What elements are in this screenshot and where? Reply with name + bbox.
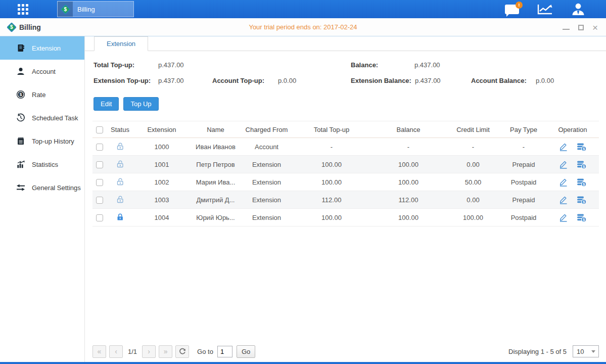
topup-row-icon[interactable] (577, 178, 586, 187)
extension-topup-label: Extension Top-up: (94, 77, 158, 84)
account-topup-value: p.0.00 (278, 77, 351, 84)
trial-notice: Your trial period ends on: 2017-02-24 (0, 23, 606, 31)
close-button[interactable]: × (592, 23, 598, 32)
sidebar-item-label: Top-up History (32, 138, 74, 145)
unlocked-icon (116, 177, 124, 186)
column-header-pay-type[interactable]: Pay Type (501, 121, 546, 138)
edit-row-icon[interactable] (559, 213, 568, 222)
cell-name: Мария Ива... (190, 173, 242, 191)
unlocked-icon (116, 160, 124, 168)
table-row[interactable]: 1000 Иван Иванов Account - - - - (92, 138, 599, 156)
column-header-extension[interactable]: Extension (134, 121, 190, 138)
last-page-button[interactable]: » (159, 345, 172, 358)
sidebar-item-account[interactable]: Account (0, 60, 84, 83)
sidebar-item-scheduled-task[interactable]: Scheduled Task (0, 106, 84, 129)
row-checkbox[interactable] (96, 197, 103, 204)
topup-row-icon[interactable] (577, 213, 586, 222)
balance-label: Balance: (351, 61, 414, 69)
pagination-bar: « ‹ 1/1 › » Go to Go Displaying 1 - 5 of… (92, 345, 599, 358)
taskbar-tab-label: Billing (73, 2, 95, 17)
page-size-select[interactable]: 10 (573, 345, 599, 357)
next-page-button[interactable]: › (142, 345, 156, 358)
topup-row-icon[interactable] (577, 160, 586, 169)
row-checkbox[interactable] (96, 214, 103, 221)
table-row[interactable]: 1004 Юрий Юрь... Extension 100.00 100.00… (92, 209, 599, 226)
locked-icon (116, 213, 124, 221)
billing-app-window: $ Billing ! (0, 0, 606, 364)
column-header-status[interactable]: Status (106, 121, 134, 138)
prev-page-button[interactable]: ‹ (109, 345, 123, 358)
extension-table: Status Extension Name Charged From Total… (92, 121, 599, 226)
cell-credit-limit: 100.00 (445, 209, 501, 226)
column-header-balance[interactable]: Balance (371, 121, 445, 138)
extension-topup-value: p.437.00 (158, 77, 212, 84)
goto-label: Go to (197, 348, 213, 355)
table-row[interactable]: 1002 Мария Ива... Extension 100.00 100.0… (92, 173, 599, 191)
messages-icon[interactable]: ! (505, 5, 519, 14)
sidebar-item-topup-history[interactable]: Top-up History (0, 129, 84, 153)
row-checkbox[interactable] (96, 144, 103, 151)
row-checkbox[interactable] (96, 179, 103, 186)
column-header-credit-limit[interactable]: Credit Limit (445, 121, 501, 138)
total-topup-value: p.437.00 (158, 61, 351, 69)
cell-credit-limit: 50.00 (445, 173, 501, 191)
sidebar-item-statistics[interactable]: Statistics (0, 153, 84, 176)
cell-extension: 1002 (134, 173, 190, 191)
select-all-checkbox[interactable] (96, 126, 103, 133)
account-balance-value: p.0.00 (536, 77, 554, 84)
main-panel: Extension Total Top-up: p.437.00 Balance… (85, 36, 606, 362)
cell-pay-type: Prepaid (501, 191, 546, 209)
go-button[interactable]: Go (237, 345, 255, 358)
sidebar-item-label: Rate (32, 91, 45, 99)
edit-row-icon[interactable] (559, 196, 568, 204)
column-header-operation[interactable]: Operation (546, 121, 599, 138)
sidebar-item-label: Statistics (32, 161, 58, 168)
top-up-button[interactable]: Top Up (123, 97, 158, 111)
refresh-icon[interactable] (175, 345, 189, 358)
cell-name: Дмитрий Д... (190, 191, 242, 209)
edit-row-icon[interactable] (559, 143, 568, 151)
sidebar-item-general-settings[interactable]: General Settings (0, 176, 84, 199)
edit-row-icon[interactable] (559, 160, 568, 169)
column-header-name[interactable]: Name (190, 121, 242, 138)
edit-row-icon[interactable] (559, 178, 568, 187)
column-header-total-topup[interactable]: Total Top-up (292, 121, 371, 138)
cell-balance: 112.00 (371, 191, 445, 209)
sidebar-item-rate[interactable]: $ Rate (0, 83, 84, 106)
extension-balance-value: p.437.00 (415, 77, 471, 84)
sidebar-item-extension[interactable]: Extension (0, 36, 84, 60)
tab-extension[interactable]: Extension (94, 36, 148, 51)
cell-total-topup: 100.00 (292, 209, 371, 226)
cell-pay-type: Postpaid (501, 173, 546, 191)
goto-page-input[interactable] (217, 346, 232, 357)
cell-pay-type: Postpaid (501, 209, 546, 226)
minimize-button[interactable] (563, 29, 570, 30)
cell-total-topup: - (292, 138, 371, 156)
table-row[interactable]: 1003 Дмитрий Д... Extension 112.00 112.0… (92, 191, 599, 209)
person-icon (16, 67, 25, 76)
maximize-button[interactable] (578, 25, 584, 30)
column-header-charged-from[interactable]: Charged From (242, 121, 292, 138)
cell-balance: 100.00 (371, 156, 445, 173)
cell-balance: - (371, 138, 445, 156)
app-launcher-icon[interactable] (18, 4, 35, 15)
sidebar: Extension Account $ Rate Scheduled Task (0, 36, 85, 362)
cell-credit-limit: 0.00 (445, 191, 501, 209)
tab-label: Extension (107, 40, 135, 48)
taskbar-tab-billing[interactable]: $ Billing (57, 1, 134, 17)
topup-row-icon[interactable] (577, 196, 586, 204)
cell-balance: 100.00 (371, 173, 445, 191)
edit-button[interactable]: Edit (94, 97, 119, 111)
user-account-icon[interactable] (571, 3, 586, 16)
topup-row-icon[interactable] (577, 143, 586, 151)
account-balance-label: Account Balance: (471, 77, 536, 84)
table-row[interactable]: 1001 Петр Петров Extension 100.00 100.00… (92, 156, 599, 173)
cell-pay-type: Prepaid (501, 156, 546, 173)
row-checkbox[interactable] (96, 161, 103, 168)
first-page-button[interactable]: « (92, 345, 106, 358)
cell-extension: 1004 (134, 209, 190, 226)
cell-charged-from: Extension (242, 173, 292, 191)
reports-chart-icon[interactable] (536, 3, 553, 15)
sidebar-item-label: Scheduled Task (32, 114, 78, 122)
dollar-circle-icon: $ (16, 90, 25, 100)
